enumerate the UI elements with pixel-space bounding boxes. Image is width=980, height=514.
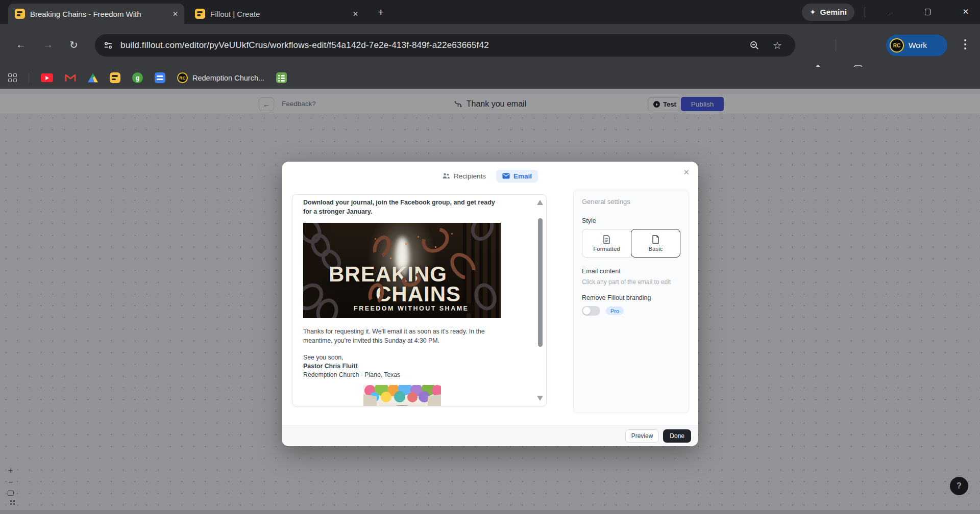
tab-recipients-label: Recipients (454, 172, 486, 180)
profile-avatar: RC (890, 38, 904, 53)
style-option-formatted[interactable]: Formatted (582, 229, 631, 258)
email-intro-text[interactable]: Download your journal, join the Facebook… (303, 198, 498, 216)
bookmark-redemption-church[interactable]: RC Redemption Church... (177, 72, 264, 83)
list-bookmark-icon[interactable] (276, 72, 287, 83)
bookmarks-bar: g RC Redemption Church... (0, 67, 980, 89)
profile-button[interactable]: RC Work (886, 35, 947, 56)
gemini-button[interactable]: ✦ Gemini (802, 4, 854, 21)
gemini-label: Gemini (820, 8, 847, 17)
back-icon[interactable]: ← (16, 39, 26, 50)
tab-fillout-create[interactable]: Fillout | Create ✕ (188, 4, 364, 24)
email-signer[interactable]: Pastor Chris Fluitt (303, 362, 492, 371)
preview-button[interactable]: Preview (625, 429, 659, 443)
style-label: Style (582, 217, 680, 224)
umbrella (407, 392, 418, 402)
email-editor-modal: ✕ Recipients Email (282, 162, 698, 446)
fillout-favicon-icon (195, 9, 205, 19)
reload-icon[interactable]: ↻ (69, 39, 78, 51)
style-option-basic[interactable]: Basic (631, 229, 680, 258)
photo-left-wall (363, 394, 377, 406)
drive-bookmark-icon[interactable] (88, 73, 98, 83)
form-bookmark-icon[interactable] (155, 72, 165, 83)
tab-close-icon[interactable]: ✕ (353, 10, 358, 18)
url-text[interactable]: build.fillout.com/editor/pyVeUUkfCrus/wo… (120, 40, 489, 50)
remove-branding-label: Remove Fillout branding (582, 294, 680, 301)
hero-title-line2: CHAINS (376, 284, 461, 305)
email-org[interactable]: Redemption Church - Plano, Texas (303, 371, 492, 379)
divider (865, 7, 865, 17)
modal-footer: Preview Done (282, 425, 698, 446)
browser-toolbar: ← → ↻ build.fillout.com/editor/pyVeUUkfC… (0, 24, 980, 67)
basic-doc-icon (652, 235, 659, 244)
formatted-doc-icon (603, 235, 610, 244)
email-body-text[interactable]: Thanks for requesting it. We'll email it… (303, 327, 492, 345)
minimize-button[interactable]: – (880, 0, 903, 23)
pro-badge: Pro (606, 306, 624, 315)
address-bar[interactable]: build.fillout.com/editor/pyVeUUkfCrus/wo… (95, 34, 795, 57)
branding-toggle-row: Pro (582, 306, 680, 316)
bookmark-label: Redemption Church... (192, 74, 264, 82)
apps-grid-icon[interactable] (8, 73, 17, 82)
email-closing[interactable]: See you soon, (303, 353, 492, 362)
hero-sparks (405, 243, 407, 245)
fillout-bookmark-icon[interactable] (110, 72, 120, 83)
tab-close-icon[interactable]: ✕ (173, 10, 178, 18)
settings-heading: General settings (582, 198, 680, 205)
scroll-up-icon[interactable] (537, 200, 543, 205)
tab-recipients[interactable]: Recipients (442, 172, 486, 180)
gemini-sparkle-icon: ✦ (810, 8, 816, 17)
done-button[interactable]: Done (663, 429, 691, 443)
photo-person-head (378, 405, 427, 406)
umbrella (394, 391, 405, 402)
zoom-out-page-icon[interactable] (749, 40, 760, 51)
branding-toggle[interactable] (582, 306, 600, 316)
email-content-hint: Click any part of the email to edit (582, 278, 680, 286)
hero-tagline: FREEDOM WITHOUT SHAME (348, 303, 474, 314)
email-preview-card[interactable]: Download your journal, join the Facebook… (292, 194, 547, 406)
tab-breaking-chains[interactable]: Breaking Chains - Freedom With ✕ (8, 4, 184, 24)
divider (836, 39, 836, 52)
site-info-icon[interactable] (103, 40, 113, 50)
restore-icon (925, 9, 930, 15)
email-content-label: Email content (582, 268, 680, 275)
divider (29, 73, 29, 83)
breaking-chains-hero-image[interactable]: BREAKING CHAINS FREEDOM WITHOUT SHAME (303, 223, 501, 318)
church-favicon: RC (177, 72, 188, 83)
style-options: Formatted Basic (582, 229, 680, 258)
profile-name: Work (909, 41, 927, 50)
tab-title: Breaking Chains - Freedom With (30, 10, 169, 18)
scrollbar-thumb[interactable] (538, 218, 543, 347)
bookmark-star-icon[interactable]: ☆ (773, 39, 782, 52)
tab-title: Fillout | Create (210, 10, 350, 18)
browser-menu-icon[interactable] (964, 39, 966, 41)
forward-icon[interactable]: → (43, 39, 53, 50)
tab-email[interactable]: Email (496, 170, 538, 183)
fillout-favicon-icon (15, 9, 25, 19)
umbrella-photo-partial[interactable] (363, 385, 441, 406)
browser-window: Breaking Chains - Freedom With ✕ Fillout… (0, 0, 980, 514)
scroll-down-icon[interactable] (537, 396, 543, 401)
photo-right-wall (428, 394, 441, 406)
gloo-bookmark-icon[interactable]: g (132, 72, 143, 83)
modal-tab-bar: Recipients Email (282, 169, 698, 183)
tab-strip: Breaking Chains - Freedom With ✕ Fillout… (0, 0, 980, 24)
tab-email-label: Email (513, 172, 532, 180)
restore-button[interactable] (916, 0, 939, 23)
new-tab-button[interactable]: + (378, 7, 384, 17)
youtube-bookmark-icon[interactable] (41, 73, 53, 82)
general-settings-panel: General settings Style Formatted (573, 190, 689, 413)
style-option-label: Basic (648, 246, 663, 252)
email-content: Download your journal, join the Facebook… (303, 195, 502, 406)
gmail-bookmark-icon[interactable] (65, 73, 76, 82)
style-option-label: Formatted (593, 246, 620, 252)
umbrella (381, 392, 391, 402)
email-icon (502, 173, 510, 179)
close-window-button[interactable]: ✕ (951, 0, 980, 23)
recipients-icon (442, 172, 450, 179)
